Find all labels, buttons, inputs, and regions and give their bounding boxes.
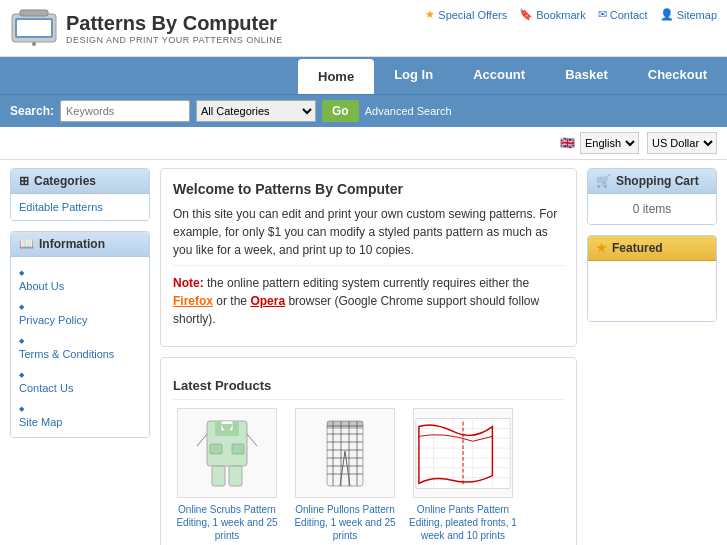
note-text: Note: the online pattern editing system … bbox=[173, 274, 564, 328]
note-label: Note: bbox=[173, 276, 204, 290]
featured-title: ★ Featured bbox=[588, 236, 716, 261]
svg-rect-13 bbox=[212, 466, 225, 486]
svg-rect-9 bbox=[210, 444, 222, 454]
header: Patterns By Computer DESIGN AND PRINT YO… bbox=[0, 0, 727, 57]
about-us-link[interactable]: About Us bbox=[19, 278, 141, 294]
content: Welcome to Patterns By Computer On this … bbox=[160, 168, 577, 545]
nav-basket[interactable]: Basket bbox=[545, 57, 628, 94]
nav-home[interactable]: Home bbox=[298, 59, 374, 94]
welcome-title: Welcome to Patterns By Computer bbox=[173, 181, 564, 197]
svg-line-12 bbox=[247, 434, 257, 446]
svg-rect-29 bbox=[327, 421, 363, 429]
person-icon: 👤 bbox=[660, 8, 674, 21]
list-item: Site Map bbox=[19, 398, 141, 432]
nav-account[interactable]: Account bbox=[453, 57, 545, 94]
site-map-link[interactable]: Site Map bbox=[19, 414, 141, 430]
svg-rect-4 bbox=[20, 10, 48, 16]
product-image bbox=[295, 408, 395, 498]
search-input[interactable] bbox=[60, 100, 190, 122]
flag-icon: 🇬🇧 bbox=[560, 136, 575, 150]
product-image bbox=[413, 408, 513, 498]
bookmark-link[interactable]: 🔖 Bookmark bbox=[519, 8, 586, 21]
top-links: ★ Special Offers 🔖 Bookmark ✉ Contact 👤 … bbox=[425, 8, 717, 21]
information-title: 📖 Information bbox=[11, 232, 149, 257]
product-title-3[interactable]: Online Pants Pattern Editing, pleated fr… bbox=[409, 503, 517, 542]
note-body: the online pattern editing system curren… bbox=[204, 276, 530, 290]
special-offers-link[interactable]: ★ Special Offers bbox=[425, 8, 507, 21]
currency-select[interactable]: US Dollar bbox=[647, 132, 717, 154]
sitemap-link[interactable]: 👤 Sitemap bbox=[660, 8, 717, 21]
nav-login[interactable]: Log In bbox=[374, 57, 453, 94]
category-select[interactable]: All Categories bbox=[196, 100, 316, 122]
contact-us-link[interactable]: Contact Us bbox=[19, 380, 141, 396]
note-mid: or the bbox=[213, 294, 250, 308]
product-item: Online Scrubs Pattern Editing, 1 week an… bbox=[173, 408, 281, 545]
note-box: Note: the online pattern editing system … bbox=[173, 265, 564, 328]
site-title: Patterns By Computer bbox=[66, 11, 283, 35]
list-item: About Us bbox=[19, 262, 141, 296]
latest-title: Latest Products bbox=[173, 370, 564, 400]
star-icon: ★ bbox=[425, 8, 435, 21]
grid-icon: ⊞ bbox=[19, 174, 29, 188]
info-links-list: About Us Privacy Policy Terms & Conditio… bbox=[19, 262, 141, 432]
right-sidebar: 🛒 Shopping Cart 0 items ★ Featured bbox=[587, 168, 717, 545]
product-title-2[interactable]: Online Pullons Pattern Editing, 1 week a… bbox=[291, 503, 399, 542]
product-image bbox=[177, 408, 277, 498]
information-section: 📖 Information About Us Privacy Policy Te… bbox=[10, 231, 150, 438]
editable-patterns-link[interactable]: Editable Patterns bbox=[19, 199, 141, 215]
featured-content bbox=[588, 261, 716, 321]
svg-rect-14 bbox=[229, 466, 242, 486]
welcome-body: On this site you can edit and print your… bbox=[173, 205, 564, 259]
nav-checkout[interactable]: Checkout bbox=[628, 57, 727, 94]
terms-link[interactable]: Terms & Conditions bbox=[19, 346, 141, 362]
star-featured-icon: ★ bbox=[596, 241, 607, 255]
navbar: Home Log In Account Basket Checkout bbox=[0, 57, 727, 94]
product-item: Online Pants Pattern Editing, pleated fr… bbox=[409, 408, 517, 545]
nav-buttons: Home Log In Account Basket Checkout bbox=[298, 57, 727, 94]
svg-line-11 bbox=[197, 434, 207, 446]
logo-icon bbox=[10, 8, 58, 48]
go-button[interactable]: Go bbox=[322, 100, 359, 122]
bookmark-icon: 🔖 bbox=[519, 8, 533, 21]
search-label: Search: bbox=[10, 104, 54, 118]
sidebar: ⊞ Categories Editable Patterns 📖 Informa… bbox=[10, 168, 150, 545]
contact-link[interactable]: ✉ Contact bbox=[598, 8, 648, 21]
language-select[interactable]: English bbox=[580, 132, 639, 154]
product-item: Online Pullons Pattern Editing, 1 week a… bbox=[291, 408, 399, 545]
svg-point-3 bbox=[32, 42, 36, 46]
cart-box: 🛒 Shopping Cart 0 items bbox=[587, 168, 717, 225]
privacy-policy-link[interactable]: Privacy Policy bbox=[19, 312, 141, 328]
mail-icon: ✉ bbox=[598, 8, 607, 21]
product-title-1[interactable]: Online Scrubs Pattern Editing, 1 week an… bbox=[173, 503, 281, 542]
categories-title: ⊞ Categories bbox=[11, 169, 149, 194]
logo-text: Patterns By Computer DESIGN AND PRINT YO… bbox=[66, 11, 283, 45]
svg-rect-2 bbox=[17, 20, 51, 36]
main: ⊞ Categories Editable Patterns 📖 Informa… bbox=[0, 160, 727, 545]
welcome-box: Welcome to Patterns By Computer On this … bbox=[160, 168, 577, 347]
site-tagline: DESIGN AND PRINT YOUR PATTERNS ONLINE bbox=[66, 35, 283, 45]
list-item: Contact Us bbox=[19, 364, 141, 398]
book-icon: 📖 bbox=[19, 237, 34, 251]
advanced-search-link[interactable]: Advanced Search bbox=[365, 105, 452, 117]
sub-header: 🇬🇧 English US Dollar bbox=[0, 127, 727, 160]
cart-icon: 🛒 bbox=[596, 174, 611, 188]
latest-products-box: Latest Products bbox=[160, 357, 577, 545]
content-right-wrapper: Welcome to Patterns By Computer On this … bbox=[160, 168, 717, 545]
opera-link[interactable]: Opera bbox=[250, 294, 285, 308]
list-item: Terms & Conditions bbox=[19, 330, 141, 364]
categories-section: ⊞ Categories Editable Patterns bbox=[10, 168, 150, 221]
cart-content: 0 items bbox=[588, 194, 716, 224]
svg-rect-10 bbox=[232, 444, 244, 454]
firefox-link[interactable]: Firefox bbox=[173, 294, 213, 308]
products-grid: Online Scrubs Pattern Editing, 1 week an… bbox=[173, 408, 564, 545]
cart-title: 🛒 Shopping Cart bbox=[588, 169, 716, 194]
list-item: Privacy Policy bbox=[19, 296, 141, 330]
searchbar: Search: All Categories Go Advanced Searc… bbox=[0, 94, 727, 127]
featured-box: ★ Featured bbox=[587, 235, 717, 322]
